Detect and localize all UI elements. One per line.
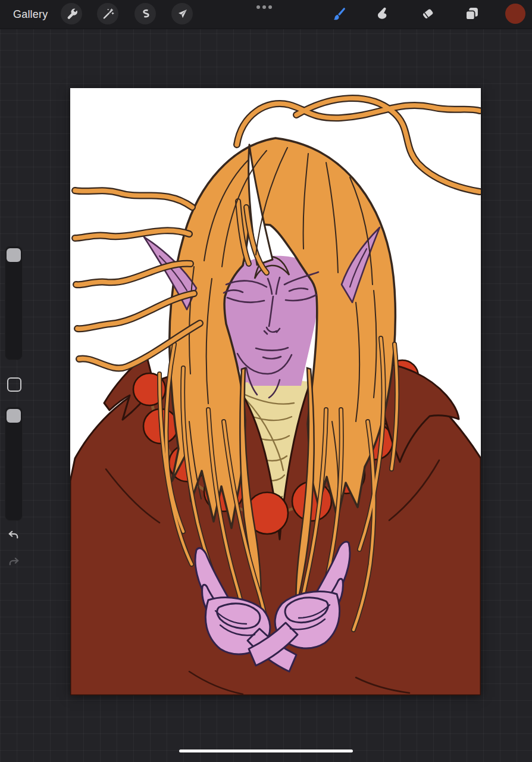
transform-arrow-icon	[176, 8, 189, 20]
smudge-finger-icon	[374, 5, 391, 22]
gallery-button[interactable]: Gallery	[13, 0, 48, 29]
redo-icon	[7, 555, 21, 569]
artwork-character-illustration	[70, 88, 481, 695]
top-toolbar: Gallery	[0, 0, 532, 29]
modify-button[interactable]	[7, 377, 21, 392]
ellipsis-icon	[256, 5, 260, 9]
brush-size-slider-handle[interactable]	[7, 248, 21, 262]
opacity-slider-handle[interactable]	[7, 409, 21, 423]
brush-size-slider[interactable]	[5, 246, 23, 360]
home-indicator[interactable]	[179, 749, 353, 752]
undo-button[interactable]	[7, 528, 21, 542]
opacity-slider[interactable]	[5, 407, 23, 521]
color-swatch-button[interactable]	[505, 4, 525, 24]
wrench-icon	[65, 8, 78, 20]
eraser-icon	[420, 5, 436, 22]
layers-button[interactable]	[464, 5, 480, 22]
drawing-canvas[interactable]	[70, 88, 481, 695]
color-swatch	[505, 4, 525, 24]
redo-button[interactable]	[7, 555, 21, 569]
selection-s-icon	[139, 8, 152, 20]
layers-icon	[464, 5, 480, 22]
transform-button[interactable]	[171, 3, 193, 24]
paint-tool-button[interactable]	[331, 5, 348, 22]
selection-button[interactable]	[134, 3, 156, 24]
procreate-screen: Gallery	[0, 0, 532, 762]
adjustments-button[interactable]	[97, 3, 118, 24]
canvas-options-button[interactable]	[256, 5, 272, 9]
erase-tool-button[interactable]	[420, 5, 436, 22]
brush-icon	[331, 6, 348, 22]
magic-wand-icon	[102, 8, 114, 20]
smudge-tool-button[interactable]	[374, 5, 391, 22]
undo-icon	[7, 528, 21, 542]
actions-button[interactable]	[61, 3, 82, 24]
